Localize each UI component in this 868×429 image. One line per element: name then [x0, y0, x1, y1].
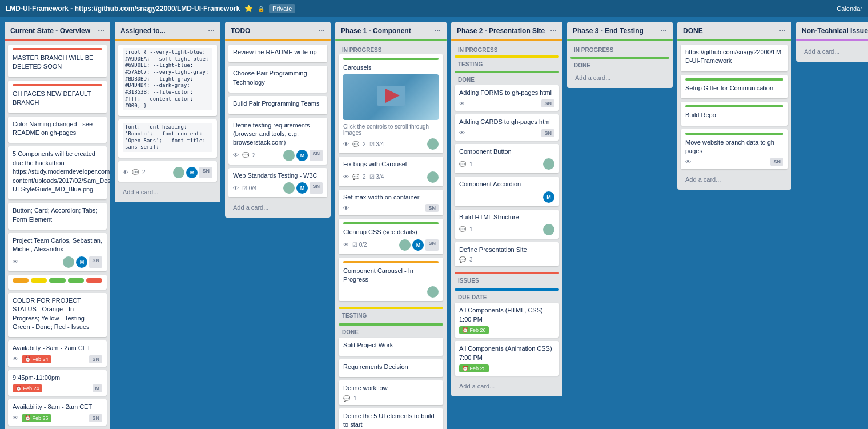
- card-p2-compbtn[interactable]: Component Button 1: [455, 144, 559, 173]
- card-p2-buildhtml[interactable]: Build HTML Structure 1: [455, 210, 559, 239]
- card-cs3[interactable]: Color Naming changed - see README on gh-…: [8, 117, 107, 143]
- card-cs10[interactable]: Availability - 8am - 2am CET ⏰ Feb 25 SN: [8, 399, 107, 425]
- column-menu-current-state[interactable]: ···: [98, 26, 105, 35]
- column-menu-phase1[interactable]: ···: [434, 26, 441, 35]
- card-p1-splitwork[interactable]: Split Project Work: [339, 338, 443, 355]
- eye-icon: [123, 169, 128, 175]
- col-label-bar: [677, 39, 791, 41]
- add-card-btn-done[interactable]: Add a card...: [681, 173, 788, 186]
- card-at3[interactable]: 2 M SN: [118, 161, 217, 182]
- col-label-bar: [451, 39, 562, 41]
- card-d4[interactable]: Move website branch data to gh-pages SN: [681, 129, 788, 170]
- card-cs5[interactable]: Button; Card; Accordion; Tabs; Form Elem…: [8, 203, 107, 230]
- label-orange: [13, 278, 29, 283]
- issues-section: ISSUES: [451, 270, 562, 286]
- card-cs9[interactable]: 9:45pm-11:00pm ⏰ Feb 24 M: [8, 370, 107, 396]
- avatar-photo: [399, 239, 411, 251]
- card-p2-compaccordion[interactable]: Component Accordion M: [455, 177, 559, 206]
- date-badge: ⏰ Feb 24: [22, 355, 51, 363]
- card-p1-carouselinprogress[interactable]: Component Carousel - In Progress: [339, 258, 443, 302]
- date-badge: ⏰ Feb 26: [459, 326, 489, 334]
- eye-icon: [13, 415, 18, 421]
- sn-badge: SN: [89, 256, 102, 268]
- card-td3[interactable]: Build Pair Programming Teams: [228, 96, 327, 114]
- add-card-btn-assigned[interactable]: Add a card...: [118, 185, 217, 199]
- column-header-done: DONE ···: [677, 22, 791, 39]
- carousel-image: [343, 74, 439, 120]
- card-p1-workflow[interactable]: Define workflow 1: [339, 380, 443, 404]
- card-at1[interactable]: :root { --very-light-blue: #A9DDEA; --so…: [118, 45, 217, 116]
- col-label-bar: [567, 39, 673, 41]
- card-p2-animation[interactable]: All Components (Animation CSS) 7:00 PM ⏰…: [455, 341, 559, 376]
- checklist-icon: ☑ 0/4: [242, 185, 257, 191]
- sn-badge: SN: [425, 204, 439, 212]
- card-d1[interactable]: https://github.com/snagy22000/LMD-UI-Fra…: [681, 45, 788, 71]
- add-card-btn-phase2[interactable]: Add a card...: [455, 379, 559, 393]
- label-red: [86, 278, 102, 283]
- board-title: LMD-UI-Framework - https://github.com/sn…: [6, 5, 240, 13]
- star-icon[interactable]: ⭐: [244, 5, 253, 13]
- comment-icon: [242, 152, 249, 158]
- card-td5[interactable]: Web Standards Testing - W3C ☑ 0/4 M SN: [228, 168, 327, 197]
- column-header-assigned: Assigned to... ···: [115, 22, 220, 39]
- column-menu-assigned[interactable]: ···: [208, 26, 215, 35]
- eye-icon: [343, 141, 349, 147]
- column-menu-done[interactable]: ···: [779, 26, 786, 35]
- column-todo: TODO ··· Review the README write-up Choo…: [225, 22, 331, 218]
- comment-icon: [459, 256, 466, 263]
- calendar-link[interactable]: Calendar: [837, 5, 862, 12]
- avatar-photo: [427, 286, 439, 298]
- card-p1-reqdecision[interactable]: Requirements Decision: [339, 359, 443, 377]
- card-td2[interactable]: Choose Pair Programming Technology: [228, 66, 327, 93]
- column-menu-todo[interactable]: ···: [318, 26, 325, 35]
- checklist-icon: ☑ 3/4: [369, 174, 384, 180]
- eye-icon: [343, 205, 349, 211]
- label-green2: [68, 278, 84, 283]
- eye-icon: [459, 101, 465, 107]
- column-menu-phase3[interactable]: ···: [660, 26, 667, 35]
- card-p1-define5ui[interactable]: Define the 5 UI elements to build to sta…: [339, 408, 443, 429]
- card-cs2[interactable]: GH PAGES NEW DEFAULT BRANCH: [8, 81, 107, 113]
- card-p2-allhtml[interactable]: All Components (HTML, CSS) 1:00 PM ⏰ Feb…: [455, 303, 559, 338]
- sn-badge: SN: [541, 99, 554, 107]
- comment-icon: [459, 226, 466, 232]
- card-p1-cleancss[interactable]: Cleanup CSS (see details) ☑ 0/2 M SN: [339, 219, 443, 254]
- due-date-section: DUE DATE: [451, 286, 562, 303]
- card-p2-forms[interactable]: Adding FORMS to gh-pages html SN: [455, 85, 559, 111]
- avatar-m: M: [296, 182, 308, 194]
- add-card-btn-nontechnical[interactable]: Add a card...: [799, 45, 868, 58]
- lock-icon: 🔒: [258, 6, 264, 12]
- card-at2[interactable]: font: -font-heading: 'Roboto'; --font-co…: [118, 119, 217, 158]
- card-cs6[interactable]: Project Team Carlos, Sebastian, Michel, …: [8, 233, 107, 271]
- label-green1: [49, 278, 65, 283]
- card-td4[interactable]: Define testing requirements (browser and…: [228, 118, 327, 165]
- done-section-p3: DONE: [567, 54, 673, 71]
- column-phase2: Phase 2 - Presentation Site ··· IN PROGR…: [451, 22, 562, 396]
- card-p1-carousels[interactable]: Carousels Click the controls to scroll t…: [339, 54, 443, 153]
- column-header-current-state: Current State - Overview ···: [5, 22, 110, 39]
- card-td1[interactable]: Review the README write-up: [228, 45, 327, 62]
- column-menu-phase2[interactable]: ···: [550, 26, 557, 35]
- eye-icon: [13, 259, 18, 265]
- eye-icon: [233, 185, 239, 191]
- card-p2-definesite[interactable]: Define Presentation Site 3: [455, 242, 559, 266]
- card-label-row[interactable]: [8, 275, 107, 290]
- status-in-progress: IN PROGRESS: [339, 45, 443, 54]
- card-p2-cards[interactable]: Adding CARDS to gh-pages html SN: [455, 114, 559, 140]
- col-label-bar: [115, 39, 220, 41]
- card-d3[interactable]: Build Repo: [681, 102, 788, 125]
- card-d2[interactable]: Setup Gitter for Communication: [681, 75, 788, 98]
- avatar-m: M: [296, 150, 308, 161]
- add-card-btn-phase3[interactable]: Add a card...: [570, 71, 669, 85]
- sn-badge: SN: [770, 158, 783, 166]
- card-cs8[interactable]: Availabilty - 8am - 2am CET ⏰ Feb 24 SN: [8, 340, 107, 366]
- card-cs1[interactable]: MASTER BRANCH WILL BE DELETED SOON: [8, 45, 107, 77]
- avatar-m: M: [76, 256, 87, 268]
- card-p1-fixbugs[interactable]: Fix bugs with Carousel 2 ☑ 3/4: [339, 157, 443, 186]
- card-cs4[interactable]: 5 Components will be created due the hac…: [8, 146, 107, 199]
- m-badge: M: [93, 384, 103, 392]
- comment-icon: [459, 161, 466, 167]
- add-card-btn-todo[interactable]: Add a card...: [228, 201, 327, 214]
- card-p1-maxwidth[interactable]: Set max-width on container SN: [339, 190, 443, 215]
- card-cs7[interactable]: COLOR FOR PROJECT STATUS - Orange - In P…: [8, 293, 107, 338]
